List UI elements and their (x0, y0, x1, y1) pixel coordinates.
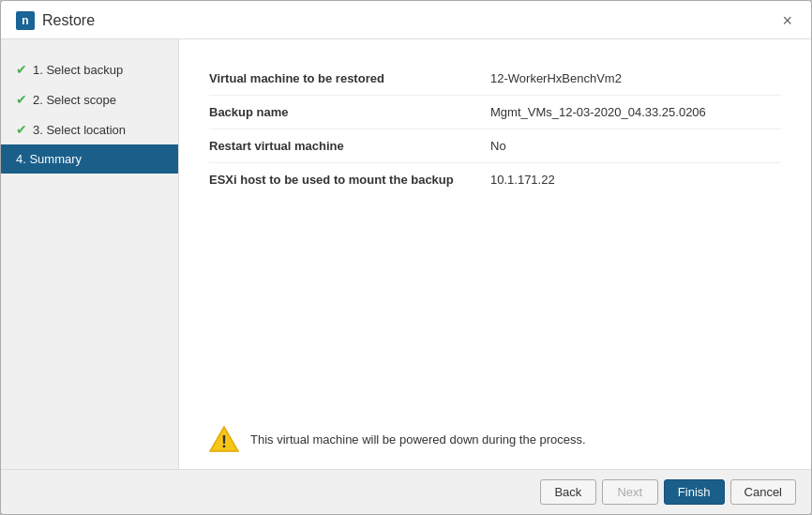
check-icon-step2: ✔ (16, 92, 27, 107)
dialog-title: Restore (42, 12, 95, 29)
summary-row: Backup nameMgmt_VMs_12-03-2020_04.33.25.… (209, 96, 781, 129)
sidebar-item-select-scope[interactable]: ✔ 2. Select scope (1, 84, 178, 114)
summary-row-label: Backup name (209, 96, 490, 129)
sidebar: ✔ 1. Select backup ✔ 2. Select scope ✔ 3… (1, 39, 179, 469)
check-icon-step1: ✔ (16, 62, 27, 77)
next-button[interactable]: Next (602, 479, 658, 505)
summary-row-label: ESXi host to be used to mount the backup (209, 163, 490, 197)
sidebar-label-step2: 2. Select scope (33, 93, 116, 107)
summary-row: Restart virtual machineNo (209, 129, 781, 163)
summary-row-label: Virtual machine to be restored (209, 62, 490, 96)
summary-row-value: 10.1.171.22 (490, 163, 781, 197)
sidebar-item-select-backup[interactable]: ✔ 1. Select backup (1, 54, 178, 84)
warning-text: This virtual machine will be powered dow… (250, 432, 586, 447)
summary-row-value: No (490, 129, 781, 163)
sidebar-label-step1: 1. Select backup (33, 63, 123, 77)
svg-text:!: ! (221, 432, 227, 451)
dialog-body: ✔ 1. Select backup ✔ 2. Select scope ✔ 3… (1, 39, 811, 469)
title-area: n Restore (16, 11, 95, 30)
summary-row: Virtual machine to be restored12-WorkerH… (209, 62, 781, 96)
app-logo-icon: n (16, 11, 35, 30)
warning-area: ! This virtual machine will be powered d… (209, 409, 781, 469)
summary-row-value: Mgmt_VMs_12-03-2020_04.33.25.0206 (490, 96, 781, 129)
check-icon-step3: ✔ (16, 122, 27, 137)
sidebar-label-step4: 4. Summary (16, 152, 82, 166)
summary-row-value: 12-WorkerHxBenchVm2 (490, 62, 781, 96)
sidebar-label-step3: 3. Select location (33, 123, 126, 137)
sidebar-item-summary[interactable]: 4. Summary (1, 144, 178, 174)
warning-icon: ! (209, 424, 239, 454)
back-button[interactable]: Back (540, 479, 596, 505)
summary-row: ESXi host to be used to mount the backup… (209, 163, 781, 197)
sidebar-item-select-location[interactable]: ✔ 3. Select location (1, 114, 178, 144)
summary-table: Virtual machine to be restored12-WorkerH… (209, 62, 781, 196)
finish-button[interactable]: Finish (664, 479, 725, 505)
dialog-header: n Restore × (1, 1, 811, 39)
restore-dialog: n Restore × ✔ 1. Select backup ✔ 2. Sele… (0, 0, 812, 515)
cancel-button[interactable]: Cancel (730, 479, 796, 505)
dialog-footer: Back Next Finish Cancel (1, 469, 811, 514)
main-content: Virtual machine to be restored12-WorkerH… (179, 39, 811, 469)
summary-row-label: Restart virtual machine (209, 129, 490, 163)
close-button[interactable]: × (778, 10, 796, 31)
